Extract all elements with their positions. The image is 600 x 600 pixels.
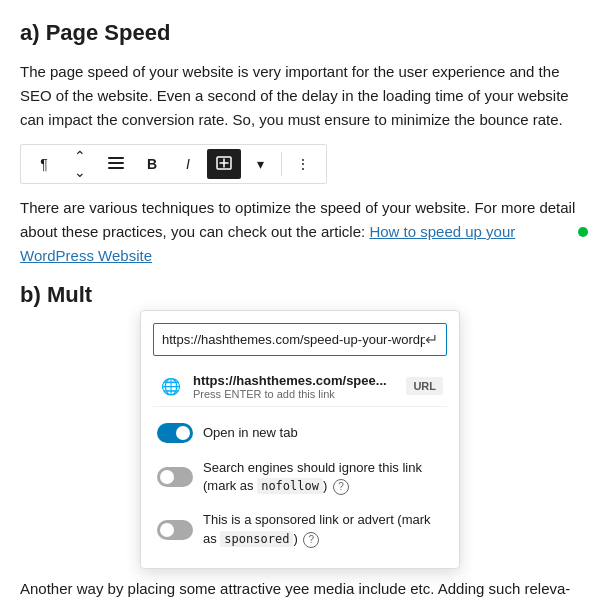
link-url-input[interactable]: [162, 332, 425, 347]
suggestion-hint: Press ENTER to add this link: [193, 388, 398, 400]
nofollow-toggle[interactable]: [157, 467, 193, 487]
paragraph-style-button[interactable]: ¶: [27, 149, 61, 179]
open-new-tab-label: Open in new tab: [203, 424, 298, 442]
link-suggestion-info: https://hashthemes.com/spee... Press ENT…: [193, 373, 398, 400]
sponsored-label: This is a sponsored link or advert (mark…: [203, 511, 443, 547]
link-input-container: ↵: [153, 323, 447, 356]
svg-rect-2: [108, 167, 124, 169]
sponsored-help-icon[interactable]: ?: [303, 532, 319, 548]
bold-icon: B: [147, 156, 157, 172]
editor-toolbar: ¶ ⌃⌄ B I ▾ ⋮: [20, 144, 327, 184]
open-new-tab-toggle[interactable]: [157, 423, 193, 443]
url-badge: URL: [406, 377, 443, 395]
embed-icon: [216, 156, 232, 173]
nofollow-row: Search engines should ignore this link (…: [153, 451, 447, 503]
arrows-icon: ⌃⌄: [74, 148, 86, 180]
dropdown-arrow-icon: ▾: [257, 156, 264, 172]
toolbar-divider: [281, 152, 282, 176]
align-button[interactable]: [99, 149, 133, 179]
green-status-dot: [578, 227, 588, 237]
page-heading-a: a) Page Speed: [20, 20, 580, 46]
more-options-icon: ⋮: [296, 156, 310, 172]
suggestion-url: https://hashthemes.com/spee...: [193, 373, 398, 388]
page-heading-b: b) Mult: [20, 282, 580, 308]
svg-rect-1: [108, 162, 124, 164]
bold-button[interactable]: B: [135, 149, 169, 179]
sponsored-toggle[interactable]: [157, 520, 193, 540]
dropdown-button[interactable]: ▾: [243, 149, 277, 179]
more-options-button[interactable]: ⋮: [286, 149, 320, 179]
paragraph-2: There are various techniques to optimize…: [20, 196, 580, 268]
align-icon: [108, 156, 124, 172]
sponsored-row: This is a sponsored link or advert (mark…: [153, 503, 447, 555]
nofollow-help-icon[interactable]: ?: [333, 479, 349, 495]
enter-icon[interactable]: ↵: [425, 330, 438, 349]
link-popup: ↵ 🌐 https://hashthemes.com/spee... Press…: [140, 310, 460, 569]
paragraph-3: Another way by placing some attractive y…: [20, 577, 580, 600]
paragraph-icon: ¶: [40, 156, 48, 172]
open-new-tab-row: Open in new tab: [153, 415, 447, 451]
paragraph-2-section: There are various techniques to optimize…: [20, 196, 580, 268]
link-suggestion-row[interactable]: 🌐 https://hashthemes.com/spee... Press E…: [153, 366, 447, 407]
italic-button[interactable]: I: [171, 149, 205, 179]
svg-rect-0: [108, 157, 124, 159]
up-down-button[interactable]: ⌃⌄: [63, 149, 97, 179]
nofollow-label: Search engines should ignore this link (…: [203, 459, 443, 495]
globe-icon: 🌐: [157, 372, 185, 400]
italic-icon: I: [186, 156, 190, 172]
paragraph-1: The page speed of your website is very i…: [20, 60, 580, 132]
embed-button[interactable]: [207, 149, 241, 179]
